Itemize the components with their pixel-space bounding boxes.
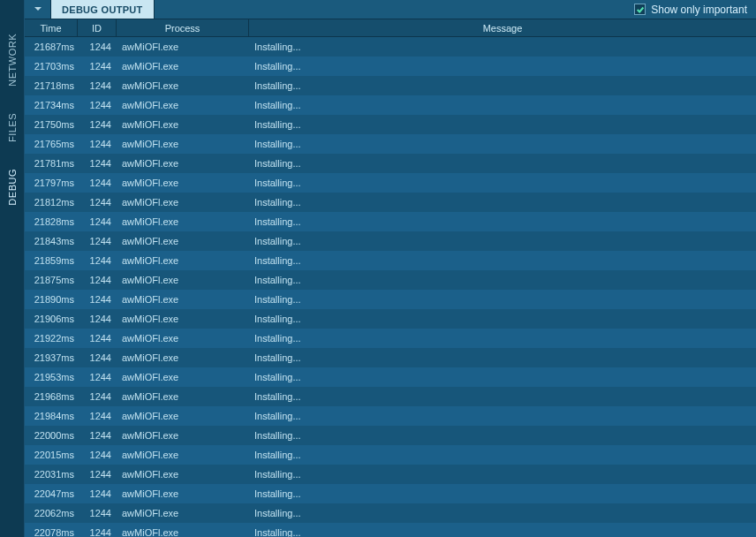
cell-message: Installing... — [249, 61, 756, 72]
cell-process: awMiOFl.exe — [117, 158, 249, 169]
column-header-message[interactable]: Message — [249, 19, 756, 36]
cell-id: 1244 — [78, 178, 117, 188]
cell-message: Installing... — [249, 294, 756, 305]
cell-message: Installing... — [249, 178, 756, 188]
cell-id: 1244 — [78, 488, 117, 499]
side-tab-files[interactable]: FILES — [7, 104, 18, 151]
cell-time: 21750ms — [25, 119, 78, 130]
cell-id: 1244 — [78, 294, 117, 305]
tab-debug-output[interactable]: DEBUG OUTPUT — [51, 0, 155, 19]
cell-id: 1244 — [78, 100, 117, 110]
cell-time: 21703ms — [25, 61, 78, 72]
cell-id: 1244 — [78, 61, 117, 72]
cell-message: Installing... — [249, 450, 756, 460]
sidebar: NETWORK FILES DEBUG — [0, 0, 25, 537]
table-row[interactable]: 22078ms1244awMiOFl.exeInstalling... — [25, 523, 756, 537]
cell-time: 21968ms — [25, 391, 78, 402]
table-row[interactable]: 21859ms1244awMiOFl.exeInstalling... — [25, 251, 756, 270]
table-row[interactable]: 22031ms1244awMiOFl.exeInstalling... — [25, 465, 756, 484]
table-row[interactable]: 21968ms1244awMiOFl.exeInstalling... — [25, 387, 756, 406]
table-row[interactable]: 21890ms1244awMiOFl.exeInstalling... — [25, 290, 756, 309]
table-row[interactable]: 21953ms1244awMiOFl.exeInstalling... — [25, 367, 756, 387]
table-row[interactable]: 21812ms1244awMiOFl.exeInstalling... — [25, 193, 756, 212]
table-row[interactable]: 21781ms1244awMiOFl.exeInstalling... — [25, 154, 756, 173]
cell-message: Installing... — [249, 430, 756, 441]
views-dropdown-button[interactable] — [25, 0, 51, 19]
cell-process: awMiOFl.exe — [117, 372, 249, 382]
cell-message: Installing... — [249, 100, 756, 110]
cell-id: 1244 — [78, 314, 117, 324]
table-row[interactable]: 21687ms1244awMiOFl.exeInstalling... — [25, 37, 756, 57]
cell-time: 21687ms — [25, 42, 78, 52]
cell-id: 1244 — [78, 469, 117, 480]
cell-time: 21765ms — [25, 139, 78, 149]
cell-process: awMiOFl.exe — [117, 411, 249, 421]
table-row[interactable]: 21703ms1244awMiOFl.exeInstalling... — [25, 57, 756, 76]
side-tab-debug[interactable]: DEBUG — [7, 160, 18, 215]
cell-time: 21843ms — [25, 236, 78, 246]
table-row[interactable]: 21937ms1244awMiOFl.exeInstalling... — [25, 348, 756, 367]
cell-id: 1244 — [78, 333, 117, 344]
table-row[interactable]: 21875ms1244awMiOFl.exeInstalling... — [25, 270, 756, 290]
cell-time: 22062ms — [25, 508, 78, 518]
cell-message: Installing... — [249, 119, 756, 130]
table-row[interactable]: 21734ms1244awMiOFl.exeInstalling... — [25, 95, 756, 115]
column-header-process[interactable]: Process — [117, 19, 249, 36]
table-row[interactable]: 21765ms1244awMiOFl.exeInstalling... — [25, 134, 756, 154]
cell-time: 21718ms — [25, 80, 78, 91]
cell-process: awMiOFl.exe — [117, 333, 249, 344]
table-row[interactable]: 22062ms1244awMiOFl.exeInstalling... — [25, 503, 756, 523]
cell-id: 1244 — [78, 450, 117, 460]
table-row[interactable]: 21906ms1244awMiOFl.exeInstalling... — [25, 309, 756, 329]
table-body[interactable]: 21687ms1244awMiOFl.exeInstalling...21703… — [25, 37, 756, 537]
cell-process: awMiOFl.exe — [117, 294, 249, 305]
cell-id: 1244 — [78, 255, 117, 266]
table-row[interactable]: 21843ms1244awMiOFl.exeInstalling... — [25, 231, 756, 251]
cell-message: Installing... — [249, 255, 756, 266]
cell-time: 22078ms — [25, 527, 78, 537]
cell-message: Installing... — [249, 352, 756, 363]
show-only-important-label: Show only important — [651, 4, 747, 16]
cell-process: awMiOFl.exe — [117, 197, 249, 208]
table-row[interactable]: 21718ms1244awMiOFl.exeInstalling... — [25, 76, 756, 95]
side-tab-network[interactable]: NETWORK — [7, 25, 18, 95]
cell-id: 1244 — [78, 139, 117, 149]
table-row[interactable]: 22047ms1244awMiOFl.exeInstalling... — [25, 484, 756, 503]
table-row[interactable]: 22000ms1244awMiOFl.exeInstalling... — [25, 426, 756, 445]
cell-message: Installing... — [249, 314, 756, 324]
cell-time: 21859ms — [25, 255, 78, 266]
cell-id: 1244 — [78, 352, 117, 363]
cell-process: awMiOFl.exe — [117, 178, 249, 188]
cell-time: 21734ms — [25, 100, 78, 110]
cell-message: Installing... — [249, 508, 756, 518]
table-row[interactable]: 21797ms1244awMiOFl.exeInstalling... — [25, 173, 756, 193]
table-row[interactable]: 22015ms1244awMiOFl.exeInstalling... — [25, 445, 756, 465]
cell-id: 1244 — [78, 197, 117, 208]
cell-time: 21953ms — [25, 372, 78, 382]
cell-process: awMiOFl.exe — [117, 391, 249, 402]
column-header-time[interactable]: Time — [25, 19, 78, 36]
table-row[interactable]: 21750ms1244awMiOFl.exeInstalling... — [25, 115, 756, 134]
table-row[interactable]: 21922ms1244awMiOFl.exeInstalling... — [25, 329, 756, 348]
cell-process: awMiOFl.exe — [117, 236, 249, 246]
table-header: Time ID Process Message — [25, 19, 756, 37]
cell-message: Installing... — [249, 236, 756, 246]
cell-id: 1244 — [78, 216, 117, 227]
cell-id: 1244 — [78, 80, 117, 91]
table-row[interactable]: 21984ms1244awMiOFl.exeInstalling... — [25, 406, 756, 426]
show-only-important-toggle[interactable]: Show only important — [625, 0, 756, 19]
column-header-id[interactable]: ID — [78, 19, 117, 36]
cell-process: awMiOFl.exe — [117, 119, 249, 130]
cell-process: awMiOFl.exe — [117, 42, 249, 52]
cell-message: Installing... — [249, 488, 756, 499]
cell-process: awMiOFl.exe — [117, 508, 249, 518]
cell-id: 1244 — [78, 411, 117, 421]
cell-message: Installing... — [249, 139, 756, 149]
cell-time: 22031ms — [25, 469, 78, 480]
cell-time: 21797ms — [25, 178, 78, 188]
cell-time: 21984ms — [25, 411, 78, 421]
cell-message: Installing... — [249, 469, 756, 480]
table-row[interactable]: 21828ms1244awMiOFl.exeInstalling... — [25, 212, 756, 231]
cell-time: 22000ms — [25, 430, 78, 441]
cell-time: 21906ms — [25, 314, 78, 324]
